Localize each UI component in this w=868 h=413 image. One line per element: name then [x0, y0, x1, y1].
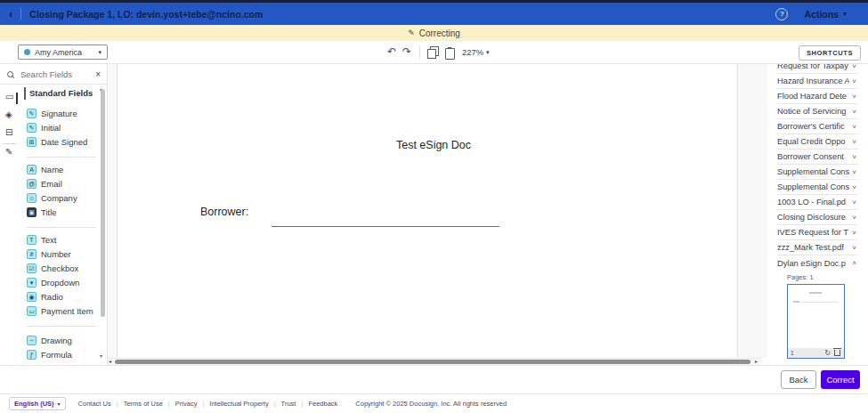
document-item[interactable]: Borrower's Certific ˅	[777, 119, 858, 134]
checkbox-icon: ☑	[27, 263, 37, 273]
document-item[interactable]: Supplemental Cons ˅	[777, 180, 858, 195]
radio-icon: ◉	[27, 292, 37, 302]
language-selector[interactable]: English (US) ▾	[9, 397, 66, 410]
field-text[interactable]: T Text	[27, 234, 56, 246]
document-item[interactable]: Supplemental Cons ˅	[777, 165, 858, 180]
field-signature[interactable]: ✎ Signature	[27, 108, 77, 119]
recipient-color-dot	[24, 49, 30, 55]
recipient-selector[interactable]: Amy America ▾	[18, 45, 108, 60]
zoom-level[interactable]: 227%	[462, 47, 483, 57]
footer-link-ip[interactable]: Intellectual Property	[209, 400, 268, 408]
close-icon[interactable]: ×	[95, 69, 101, 79]
signature-line	[272, 214, 499, 227]
actions-menu-button[interactable]: Actions ▾	[804, 9, 847, 20]
field-email[interactable]: @ Email	[27, 178, 62, 190]
paste-icon[interactable]	[445, 48, 455, 60]
undo-icon[interactable]: ↶	[387, 46, 396, 57]
scroll-right-icon[interactable]: ▸	[755, 359, 758, 364]
footer-link-privacy[interactable]: Privacy	[175, 400, 198, 408]
field-dropdown[interactable]: ▾ Dropdown	[27, 277, 79, 288]
document-item[interactable]: Flood Hazard Dete ˅	[777, 89, 858, 104]
chevron-down-icon: ˅	[849, 168, 858, 176]
document-page[interactable]: Test eSign Doc Borrower:	[117, 64, 738, 358]
tab-standard-fields[interactable]: ▭	[5, 93, 13, 101]
footer-link-trust[interactable]: Trust	[281, 400, 296, 408]
footer-link-feedback[interactable]: Feedback	[308, 400, 337, 408]
page-thumbnail[interactable]: 1 ↻	[787, 284, 845, 359]
scroll-left-icon[interactable]: ◂	[109, 359, 111, 364]
redo-icon[interactable]: ↷	[402, 46, 411, 57]
footer-link-terms[interactable]: Terms of Use	[124, 400, 163, 408]
correcting-banner: ✎ Correcting	[0, 25, 868, 41]
chevron-down-icon: ˅	[849, 198, 858, 206]
footer-link-contact-us[interactable]: Contact Us	[78, 400, 111, 408]
drawing-icon: ~	[27, 336, 37, 345]
chevron-down-icon: ˅	[849, 244, 858, 252]
editor-toolbar: Amy America ▾ ↶ ↷ 227% ▾ SHORTCUTS	[0, 41, 868, 64]
help-icon[interactable]: ?	[775, 8, 788, 20]
document-item[interactable]: Closing Disclosure ˅	[777, 210, 858, 225]
document-title-text: Test eSign Doc	[118, 139, 737, 151]
thumbnail-text-line	[793, 301, 799, 303]
document-item[interactable]: IVES Request for T ˅	[777, 225, 858, 240]
search-fields-input[interactable]	[19, 69, 95, 80]
document-item[interactable]: 1003 LO - Final.pd ˅	[777, 195, 858, 210]
email-icon: @	[27, 179, 37, 189]
document-item[interactable]: Equal Credit Oppo ˅	[777, 134, 858, 150]
document-item-expanded[interactable]: Dylan eSign Doc.p ˄	[777, 255, 858, 271]
title-icon: ▣	[27, 207, 37, 217]
tab-collections[interactable]: ⊟	[5, 128, 12, 137]
document-item[interactable]: Notice of Servicing ˅	[777, 104, 858, 119]
fields-scrollbar-thumb[interactable]	[101, 89, 105, 317]
field-name[interactable]: A Name	[27, 164, 63, 175]
field-initial[interactable]: ✎ Initial	[27, 122, 61, 134]
topbar-divider	[20, 8, 21, 20]
document-item[interactable]: zzz_Mark Test.pdf ˅	[777, 240, 858, 255]
rotate-icon[interactable]: ↻	[824, 350, 831, 357]
tab-stamps[interactable]: ◈	[5, 110, 12, 119]
chevron-down-icon: ˅	[849, 77, 858, 85]
chevron-down-icon: ˅	[849, 229, 858, 237]
thumbnail-toolbar: 1 ↻	[788, 348, 844, 358]
name-icon: A	[27, 165, 37, 174]
recipient-name: Amy America	[35, 48, 98, 57]
tab-draw[interactable]: ✎	[5, 148, 12, 157]
signature-icon: ✎	[27, 109, 37, 118]
shortcuts-button[interactable]: SHORTCUTS	[799, 45, 861, 61]
field-radio[interactable]: ◉ Radio	[27, 291, 63, 303]
selected-tab-indicator	[16, 93, 18, 104]
correct-button[interactable]: Correct	[821, 370, 860, 389]
field-date-signed[interactable]: ⊞ Date Signed	[27, 136, 87, 148]
thumbnail-page-number: 1	[791, 350, 824, 356]
field-title[interactable]: ▣ Title	[27, 206, 57, 218]
section-indicator	[24, 87, 26, 100]
back-button[interactable]: Back	[781, 370, 816, 389]
document-item[interactable]: Borrower Consent ˅	[777, 150, 858, 165]
horizontal-scrollbar-thumb[interactable]	[115, 360, 750, 364]
payment-icon: ▭	[27, 306, 37, 316]
chevron-down-icon: ▾	[58, 401, 61, 407]
dropdown-icon: ▾	[27, 278, 37, 287]
envelope-title: Closing Package 1, LO: devin.yost+tebe@n…	[29, 9, 263, 20]
field-number[interactable]: # Number	[27, 248, 71, 260]
field-formula[interactable]: ƒ Formula	[27, 349, 72, 360]
field-group-divider	[27, 227, 96, 228]
scroll-down-icon[interactable]: ▾	[100, 353, 102, 359]
field-checkbox[interactable]: ☑ Checkbox	[27, 263, 78, 274]
date-signed-icon: ⊞	[27, 137, 37, 147]
text-icon: T	[27, 235, 37, 245]
zoom-dropdown-icon[interactable]: ▾	[486, 49, 490, 56]
field-drawing[interactable]: ~ Drawing	[27, 335, 72, 346]
pencil-icon: ✎	[408, 28, 415, 37]
company-icon: ⌂	[27, 193, 37, 203]
trash-icon[interactable]	[834, 350, 840, 356]
copy-icon[interactable]	[427, 49, 436, 59]
chevron-down-icon: ˅	[849, 138, 858, 146]
top-bar: ‹ Closing Package 1, LO: devin.yost+tebe…	[0, 0, 868, 25]
field-company[interactable]: ⌂ Company	[27, 192, 77, 204]
field-payment-item[interactable]: ▭ Payment Item	[27, 305, 93, 317]
document-item[interactable]: Hazard Insurance A ˅	[777, 74, 858, 89]
chevron-down-icon: ˅	[849, 93, 858, 101]
back-chevron-icon[interactable]: ‹	[9, 8, 12, 20]
docusign-correct-view: ‹ Closing Package 1, LO: devin.yost+tebe…	[0, 0, 868, 413]
